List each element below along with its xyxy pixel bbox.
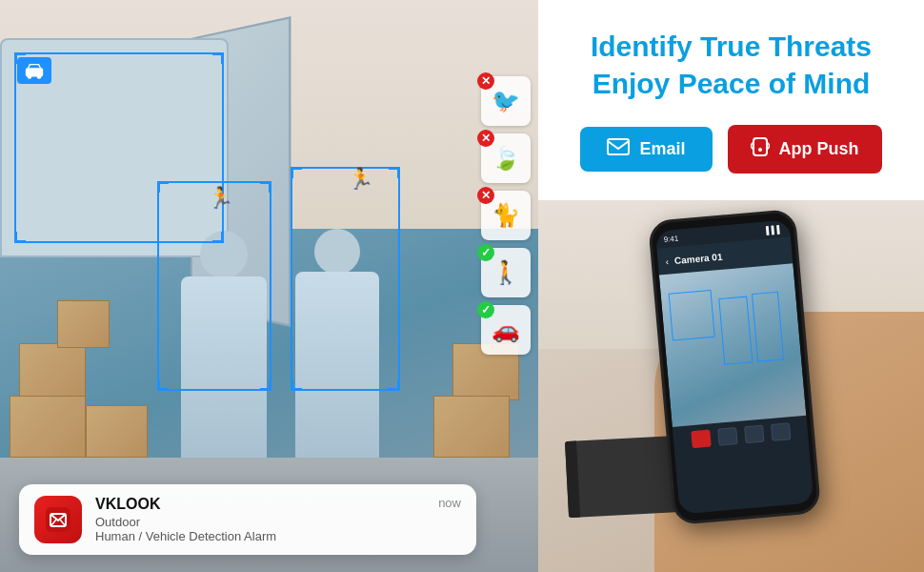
right-panel: Identify True Threats Enjoy Peace of Min… [538, 0, 924, 572]
status-dot-red-3: ✕ [477, 187, 494, 204]
notif-app-icon [34, 496, 82, 543]
animal-icon: 🐈 [492, 202, 520, 229]
phone-device: 9:41 ▌▌▌ ‹ Camera 01 [647, 209, 820, 525]
car-icon-badge [17, 57, 51, 84]
svg-rect-5 [608, 139, 629, 154]
svg-rect-6 [753, 138, 767, 155]
control-zoom-button[interactable] [770, 422, 790, 441]
right-top-section: Identify True Threats Enjoy Peace of Min… [538, 0, 924, 200]
notif-sub: Outdoor [95, 515, 461, 529]
email-button[interactable]: Email [580, 127, 712, 172]
status-dot-green-1: ✓ [477, 244, 494, 261]
icon-sidebar: ✕ 🐦 ✕ 🍃 ✕ 🐈 ✓ 🚶 ✓ 🚗 [481, 76, 531, 355]
status-dot-red-1: ✕ [477, 72, 494, 90]
main-photo: 🏃 🏃 ✕ 🐦 ✕ 🍃 ✕ 🐈 ✓ 🚶 ✓ 🚗 [0, 0, 538, 572]
boxes-left [0, 286, 171, 477]
svg-point-1 [28, 74, 32, 79]
run-icon-2: 🏃 [348, 167, 373, 192]
phone-camera-label: Camera 01 [673, 251, 722, 265]
tagline-line1: Identify True Threats [591, 28, 872, 65]
corner-tr [389, 167, 400, 178]
notif-time: now [438, 496, 461, 513]
person-icon: 🚶 [492, 259, 520, 286]
app-push-button[interactable]: App Push [728, 125, 882, 174]
corner-br [389, 379, 400, 391]
notif-header: VKLOOK now [95, 496, 461, 513]
phone-signal: ▌▌▌ [765, 225, 782, 235]
tagline-line2: Enjoy Peace of Mind [591, 65, 872, 102]
box-6 [433, 396, 510, 458]
box-2 [10, 396, 86, 458]
notif-title: VKLOOK [95, 496, 160, 513]
email-icon [607, 138, 630, 160]
corner-tl [291, 167, 302, 178]
notification-card: VKLOOK now Outdoor Human / Vehicle Detec… [19, 484, 476, 555]
app-push-label: App Push [779, 139, 859, 159]
svg-point-2 [37, 74, 42, 79]
status-dot-green-2: ✓ [477, 301, 494, 318]
left-panel: 🏃 🏃 ✕ 🐦 ✕ 🍃 ✕ 🐈 ✓ 🚶 ✓ 🚗 [0, 0, 538, 572]
box-4 [57, 300, 110, 348]
app-push-icon [751, 136, 770, 162]
icon-item-person: ✓ 🚶 [481, 248, 531, 297]
icon-item-animal: ✕ 🐈 [481, 191, 531, 240]
corner-bl [291, 379, 302, 391]
phone-time: 9:41 [663, 234, 678, 243]
box-3 [86, 405, 148, 458]
status-dot-red-2: ✕ [477, 130, 494, 147]
phone-camera-view [658, 263, 805, 427]
notif-description: Human / Vehicle Detection Alarm [95, 529, 461, 543]
phone-detect-box-2 [718, 296, 753, 365]
svg-point-7 [758, 148, 762, 152]
control-settings-button[interactable] [743, 425, 763, 444]
phone-detect-box-3 [751, 292, 783, 362]
tagline: Identify True Threats Enjoy Peace of Min… [591, 28, 872, 102]
icon-item-car: ✓ 🚗 [481, 305, 531, 355]
phone-screen: 9:41 ▌▌▌ ‹ Camera 01 [654, 219, 813, 514]
leaf-icon: 🍃 [492, 145, 520, 172]
email-label: Email [639, 139, 685, 159]
notebook [565, 436, 683, 518]
phone-back-button[interactable]: ‹ [665, 255, 669, 266]
corner-bl [14, 232, 26, 243]
icon-item-leaf: ✕ 🍃 [481, 133, 531, 183]
corner-tl [157, 181, 169, 193]
detection-box-person2 [291, 167, 400, 391]
corner-br [260, 379, 271, 391]
car-icon: 🚗 [492, 317, 520, 343]
control-record-button[interactable] [690, 430, 710, 449]
corner-bl [157, 379, 169, 391]
bird-icon: 🐦 [492, 88, 520, 114]
corner-tr [260, 181, 271, 193]
icon-item-bird: ✕ 🐦 [481, 76, 531, 126]
phone-detect-box-1 [668, 290, 714, 341]
detection-box-person1 [157, 181, 271, 391]
notif-content: VKLOOK now Outdoor Human / Vehicle Detec… [95, 496, 461, 543]
corner-tr [212, 52, 224, 64]
run-icon-1: 🏃 [208, 186, 233, 211]
control-snapshot-button[interactable] [716, 427, 736, 446]
phone-photo-section: 9:41 ▌▌▌ ‹ Camera 01 [538, 200, 924, 572]
cta-buttons: Email App Push [580, 125, 881, 174]
box-1 [19, 343, 86, 400]
